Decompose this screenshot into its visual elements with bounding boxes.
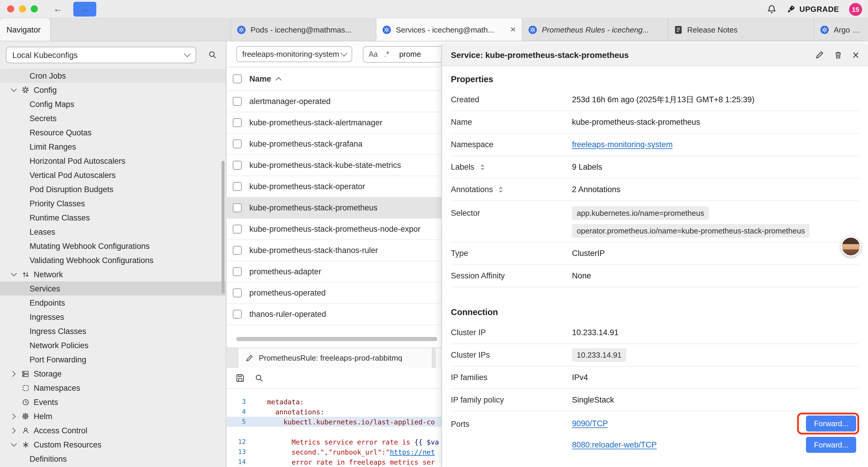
expand-updown-icon[interactable] xyxy=(498,186,504,193)
back-button[interactable]: ← xyxy=(53,4,63,13)
delete-trash-icon[interactable] xyxy=(834,50,843,60)
port-link[interactable]: 8080:reloader-web/TCP xyxy=(572,440,657,449)
sidebar-item-definitions[interactable]: Definitions xyxy=(0,451,226,466)
sidebar-item-vertical-pod-autoscalers[interactable]: Vertical Pod Autoscalers xyxy=(0,168,226,182)
row-checkbox[interactable] xyxy=(233,118,242,127)
search-icon[interactable] xyxy=(208,50,217,59)
drawer-row-labels: Labels 9 Labels xyxy=(451,156,859,178)
chevron-down-icon[interactable] xyxy=(8,83,19,97)
sidebar-item-runtime-classes[interactable]: Runtime Classes xyxy=(0,210,226,225)
chevron-right-icon[interactable] xyxy=(8,423,19,437)
service-name: kube-prometheus-stack-thanos-ruler xyxy=(249,246,378,255)
navigator-panel-tab[interactable]: Navigator xyxy=(0,18,51,41)
port-link[interactable]: 9090/TCP xyxy=(572,419,608,428)
close-window-button[interactable] xyxy=(7,5,14,12)
service-name: kube-prometheus-stack-operator xyxy=(249,182,365,191)
tab-argo[interactable]: Argo Se... xyxy=(814,18,868,41)
sidebar-item-label: Network Policies xyxy=(30,341,89,350)
forward-button[interactable]: → xyxy=(73,1,96,16)
sidebar-item-port-forwarding[interactable]: Port Forwarding xyxy=(0,352,226,367)
row-checkbox[interactable] xyxy=(233,225,242,233)
horizontal-scrollbar-thumb[interactable] xyxy=(236,337,437,341)
sidebar-item-config-maps[interactable]: Config Maps xyxy=(0,97,226,111)
sidebar-item-config[interactable]: Config xyxy=(0,83,226,97)
chevron-down-icon xyxy=(184,51,191,57)
titlebar-right: UPGRADE 15 xyxy=(767,0,862,18)
row-checkbox[interactable] xyxy=(233,203,242,212)
sidebar-item-custom-resources[interactable]: Custom Resources xyxy=(0,437,226,451)
row-checkbox[interactable] xyxy=(233,97,242,106)
namespace-link[interactable]: freeleaps-monitoring-system xyxy=(572,140,673,149)
sidebar-item-endpoints[interactable]: Endpoints xyxy=(0,296,226,310)
sidebar-item-secrets[interactable]: Secrets xyxy=(0,111,226,125)
sidebar-item-storage[interactable]: Storage xyxy=(0,367,226,381)
row-checkbox[interactable] xyxy=(233,267,242,276)
upgrade-button[interactable]: UPGRADE xyxy=(786,5,839,13)
chevron-right-icon[interactable] xyxy=(8,367,19,381)
connection-section-heading: Connection xyxy=(451,308,859,322)
minimize-window-button[interactable] xyxy=(19,5,26,12)
zoom-window-button[interactable] xyxy=(31,5,38,12)
tab-services[interactable]: Services - icecheng@math... × xyxy=(376,18,522,41)
match-case-toggle[interactable]: Aa xyxy=(369,50,378,58)
sidebar-item-network-policies[interactable]: Network Policies xyxy=(0,338,226,352)
sidebar-item-mutating-webhook-configurations[interactable]: Mutating Webhook Configurations xyxy=(0,239,226,253)
sidebar-item-namespaces[interactable]: Namespaces xyxy=(0,381,226,395)
sidebar-item-label: Cron Jobs xyxy=(30,71,66,80)
sidebar-item-validating-webhook-configurations[interactable]: Validating Webhook Configurations xyxy=(0,253,226,267)
sidebar-item-label: Secrets xyxy=(30,114,57,123)
sidebar-item-network[interactable]: Network xyxy=(0,267,226,282)
sidebar-item-services[interactable]: Services xyxy=(0,282,226,296)
row-checkbox[interactable] xyxy=(233,161,242,170)
sidebar-scrollbar-thumb[interactable] xyxy=(222,161,224,294)
tab-release-notes[interactable]: Release Notes xyxy=(668,18,814,41)
port-line: 8080:reloader-web/TCP Forward... xyxy=(572,435,859,455)
row-checkbox[interactable] xyxy=(233,246,242,255)
expand-updown-icon[interactable] xyxy=(479,164,486,171)
annotations-label: Annotations xyxy=(451,185,493,194)
save-icon[interactable] xyxy=(236,374,245,382)
kubeconfig-selector-value: Local Kubeconfigs xyxy=(12,51,78,59)
row-checkbox[interactable] xyxy=(233,310,242,319)
forward-button[interactable]: Forward... xyxy=(806,415,856,431)
sidebar-item-horizontal-pod-autoscalers[interactable]: Horizontal Pod Autoscalers xyxy=(0,154,226,168)
row-checkbox[interactable] xyxy=(233,140,242,148)
sidebar-item-priority-classes[interactable]: Priority Classes xyxy=(0,196,226,210)
tab-label: Services - icecheng@math... xyxy=(396,25,503,34)
name-column-header[interactable]: Name xyxy=(249,75,271,83)
editor-tab-prometheusrule[interactable]: PrometheusRule: freeleaps-prod-rabbitmq xyxy=(238,348,433,368)
forward-button[interactable]: Forward... xyxy=(806,437,856,453)
sidebar-item-leases[interactable]: Leases xyxy=(0,225,226,239)
sidebar-item-label: Config Maps xyxy=(30,99,74,109)
sidebar-item-pod-disruption-budgets[interactable]: Pod Disruption Budgets xyxy=(0,182,226,196)
sidebar-item-cron-jobs[interactable]: Cron Jobs xyxy=(0,68,226,83)
sort-ascending-icon[interactable] xyxy=(276,77,282,83)
chevron-down-icon[interactable] xyxy=(8,437,19,451)
namespace-label: Namespace xyxy=(451,140,493,149)
select-all-checkbox[interactable] xyxy=(233,75,242,83)
sidebar-item-ingresses[interactable]: Ingresses xyxy=(0,310,226,324)
close-icon[interactable]: × xyxy=(852,49,859,61)
notification-count-badge[interactable]: 15 xyxy=(849,3,862,16)
chevron-right-icon[interactable] xyxy=(8,409,19,423)
sidebar-item-helm[interactable]: Helm xyxy=(0,409,226,423)
chevron-down-icon[interactable] xyxy=(8,267,19,282)
kubeconfig-selector[interactable]: Local Kubeconfigs xyxy=(6,47,196,63)
edit-pencil-icon[interactable] xyxy=(815,50,825,60)
sidebar-item-ingress-classes[interactable]: Ingress Classes xyxy=(0,324,226,338)
close-tab-icon[interactable]: × xyxy=(510,25,516,34)
sidebar-item-label: Port Forwarding xyxy=(30,355,86,364)
tab-pods[interactable]: Pods - icecheng@mathmas... xyxy=(230,18,376,41)
row-checkbox[interactable] xyxy=(233,289,242,297)
sidebar-item-limit-ranges[interactable]: Limit Ranges xyxy=(0,140,226,154)
sidebar-item-label: Validating Webhook Configurations xyxy=(30,256,153,265)
sidebar-item-access-control[interactable]: Access Control xyxy=(0,423,226,437)
sidebar-item-resource-quotas[interactable]: Resource Quotas xyxy=(0,125,226,140)
notifications-bell-icon[interactable] xyxy=(767,4,776,14)
namespace-filter-select[interactable]: freeleaps-monitoring-system xyxy=(236,46,352,62)
tab-prometheus-rules[interactable]: Prometheus Rules - icecheng... xyxy=(522,18,668,41)
row-checkbox[interactable] xyxy=(233,182,242,191)
sidebar-item-events[interactable]: Events xyxy=(0,395,226,409)
search-icon[interactable] xyxy=(255,374,264,382)
regex-toggle[interactable]: .* xyxy=(384,50,390,58)
